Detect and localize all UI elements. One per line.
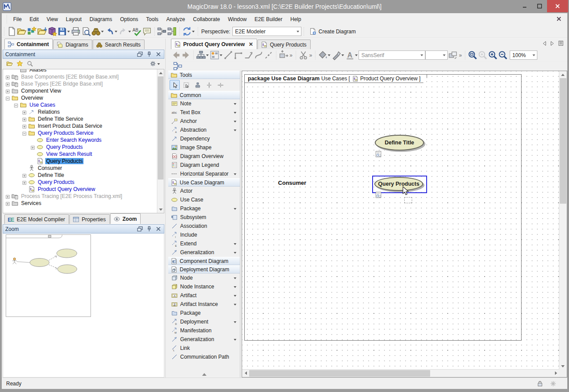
palette-item-link[interactable]: LLink xyxy=(168,344,240,352)
palette-item-use-case[interactable]: Use Case xyxy=(168,195,240,204)
palette-section-component-diagram[interactable]: Component Diagram xyxy=(168,257,240,265)
close-button[interactable] xyxy=(547,0,568,12)
tree-item-overview[interactable]: Overview xyxy=(3,94,157,101)
palette-section-deployment-diagram[interactable]: Deployment Diagram xyxy=(168,265,240,273)
palette-item-node[interactable]: Node xyxy=(168,273,240,282)
palette-item-generalization[interactable]: Generalization xyxy=(168,335,240,344)
palette-item-artifact[interactable]: AArtifact xyxy=(168,291,240,300)
palette-item-actor[interactable]: Actor xyxy=(168,187,240,195)
palette-item-package[interactable]: Package xyxy=(168,309,240,317)
palette-item-manifestation[interactable]: MManifestation xyxy=(168,326,240,335)
palette-item-dependency[interactable]: Dependency xyxy=(168,134,240,143)
palette-section-use-case-diagram[interactable]: Use Case Diagram xyxy=(168,178,240,187)
gear-dropdown-caret[interactable] xyxy=(157,63,160,66)
menu-analyze[interactable]: Analyze xyxy=(163,14,189,24)
canvas-scroll-up[interactable] xyxy=(559,71,566,78)
reset-shape-button[interactable] xyxy=(448,50,458,60)
palette-item-subsystem[interactable]: Subsystem xyxy=(168,213,240,222)
more-buttons-icon[interactable]: » xyxy=(289,52,294,58)
minimize-button[interactable] xyxy=(517,0,532,12)
group-select-tool-button[interactable] xyxy=(181,80,191,90)
expand-icon[interactable] xyxy=(6,82,10,86)
expand-icon[interactable] xyxy=(31,145,35,149)
open-model-button[interactable] xyxy=(37,26,47,36)
tree-item-base-types-e2e-bridge-base-xml[interactable]: Base Types [E2E Bridge Base.xml] xyxy=(3,80,157,87)
create-diagram-button[interactable]: Create Diagram xyxy=(306,26,359,36)
line-color-button[interactable] xyxy=(331,50,341,60)
palette-item-deployment[interactable]: DDeployment xyxy=(168,317,240,326)
zoom-in-button[interactable] xyxy=(488,50,498,60)
diagram-overview-badge-icon[interactable] xyxy=(375,151,382,158)
more-buttons-icon[interactable]: » xyxy=(458,52,463,58)
float-panel-icon[interactable] xyxy=(137,51,143,58)
scroll-tabs-left-icon[interactable] xyxy=(542,41,547,46)
active-comments-button[interactable] xyxy=(142,26,152,36)
palette-item-dropdown-caret[interactable] xyxy=(234,277,236,281)
font-combobox[interactable]: SansSerif xyxy=(359,50,425,60)
palette-item-diagram-overview[interactable]: Diagram Overview xyxy=(168,152,240,161)
palette-section-common[interactable]: Common xyxy=(168,91,240,99)
oblique-path-button[interactable] xyxy=(223,50,233,60)
tree-item-process-tracing-e2e-process-tracing-xml[interactable]: Process Tracing [E2E Process Tracing.xml… xyxy=(3,193,157,200)
pin-panel-icon[interactable] xyxy=(146,226,152,232)
menubar-grip[interactable] xyxy=(5,15,8,24)
float-panel-icon[interactable] xyxy=(137,226,143,232)
diagram-overview-badge-icon[interactable] xyxy=(375,191,382,198)
palette-item-dropdown-caret[interactable] xyxy=(234,304,236,307)
quick-layout-dropdown-caret[interactable] xyxy=(220,54,222,58)
expand-icon[interactable] xyxy=(6,201,10,205)
tree-item-services[interactable]: Services xyxy=(3,200,157,207)
tree-item-component-view[interactable]: Component View xyxy=(3,87,157,94)
redo-dropdown-caret[interactable] xyxy=(128,31,131,34)
palette-item-dropdown-caret[interactable] xyxy=(234,321,236,324)
menu-diagrams[interactable]: Diagrams xyxy=(86,14,116,24)
vertical-tools-button[interactable] xyxy=(204,80,214,90)
palette-item-text-box[interactable]: abcText Box xyxy=(168,108,240,117)
import-model-button[interactable] xyxy=(47,26,57,36)
palette-item-association[interactable]: Association xyxy=(168,222,240,230)
canvas-scroll-right[interactable] xyxy=(553,370,559,377)
close-panel-icon[interactable] xyxy=(155,51,162,58)
show-containment-button[interactable] xyxy=(173,61,183,71)
canvas-h-scrollbar[interactable] xyxy=(242,369,559,377)
collapse-icon[interactable] xyxy=(14,103,18,107)
collapse-icon[interactable] xyxy=(6,96,10,100)
tab-diagrams[interactable]: Diagrams xyxy=(53,40,92,49)
maximize-button[interactable] xyxy=(532,0,547,12)
bent-path-button[interactable] xyxy=(243,50,254,60)
layout-dropdown-caret[interactable] xyxy=(206,54,209,58)
palette-item-dropdown-caret[interactable] xyxy=(234,112,236,115)
find-dropdown-caret[interactable] xyxy=(101,31,104,34)
menu-edit[interactable]: Edit xyxy=(25,14,43,24)
canvas-v-thumb[interactable] xyxy=(560,78,566,204)
undo-button[interactable] xyxy=(105,26,115,36)
new-model-button[interactable] xyxy=(27,26,37,36)
expand-icon[interactable] xyxy=(6,89,10,93)
package-frame-header[interactable]: package Use Case Diagram Use Cases [ Pro… xyxy=(244,74,427,83)
undo-dropdown-caret[interactable] xyxy=(115,31,117,34)
quick-layout-button[interactable] xyxy=(210,50,220,60)
tree-item-define-title[interactable]: Define Title xyxy=(3,172,157,179)
expand-icon[interactable] xyxy=(22,180,26,184)
font-color-button[interactable]: A xyxy=(345,50,355,60)
tab-list-icon[interactable] xyxy=(558,40,564,46)
tree-item-relations[interactable]: Relations xyxy=(3,108,157,115)
autosize-button[interactable] xyxy=(279,50,289,60)
tree-item-query-products-service[interactable]: Query Products Service xyxy=(3,129,157,137)
zoom-level-combobox[interactable]: 100% xyxy=(510,50,537,60)
expand-icon[interactable] xyxy=(6,194,10,198)
more-buttons-icon[interactable]: » xyxy=(308,52,313,58)
tree-item-consumer[interactable]: Consumer xyxy=(3,165,157,172)
print-button[interactable] xyxy=(71,26,81,36)
tree-scroll-up[interactable] xyxy=(157,69,164,76)
zoom-out-button[interactable] xyxy=(498,50,508,60)
update-modules-dropdown-caret[interactable] xyxy=(192,31,195,34)
palette-item-communication-path[interactable]: Communication Path xyxy=(168,352,240,361)
curved-path-button[interactable] xyxy=(254,50,264,60)
canvas-v-scrollbar[interactable] xyxy=(559,71,567,370)
tree-item-query-products[interactable]: Query Products xyxy=(3,158,157,165)
print-preview-button[interactable] xyxy=(81,26,91,36)
menu-view[interactable]: View xyxy=(43,14,62,24)
palette-item-dropdown-caret[interactable] xyxy=(234,243,236,246)
diagram-tab-query-products[interactable]: Query Products xyxy=(257,40,310,49)
